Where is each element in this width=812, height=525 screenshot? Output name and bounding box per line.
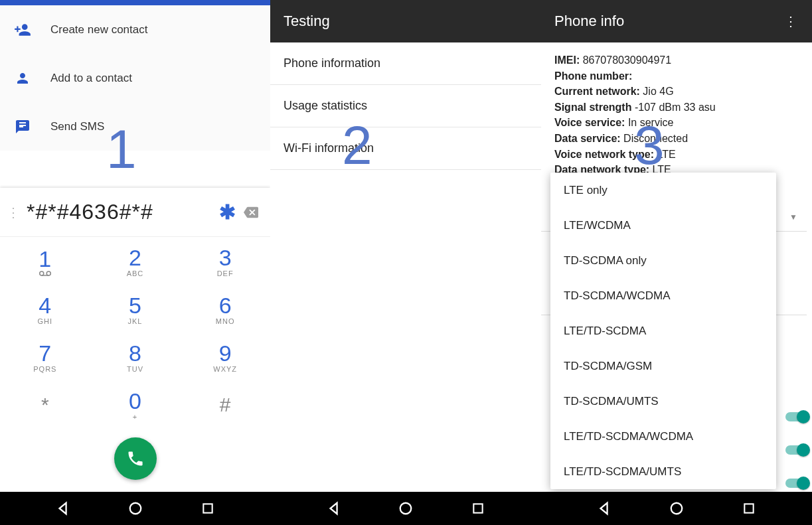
network-type-dropdown: LTE only LTE/WCDMA TD-SCDMA only TD-SCDM… [550,173,776,489]
panel-phone-info: Phone info ⋮ IMEI: 867078030904971 Phone… [541,0,812,492]
key-0[interactable]: 0+ [90,380,181,428]
voice-service-value: In service [628,117,673,128]
key-4[interactable]: 4GHI [0,285,90,333]
phone-information-item[interactable]: Phone information [270,42,541,85]
svg-rect-8 [744,504,753,512]
key-7[interactable]: 7PQRS [0,333,90,380]
dial-menu-button[interactable]: ⋮ [0,204,27,220]
overflow-menu-button[interactable]: ⋮ [783,13,799,29]
recents-button[interactable] [740,499,758,518]
svg-point-7 [671,503,683,514]
recents-button[interactable] [469,499,487,518]
svg-rect-4 [203,504,212,512]
imei-value: 867078030904971 [583,54,671,66]
network-option[interactable]: LTE only [550,173,776,208]
network-option[interactable]: TD-SCDMA only [550,243,776,278]
person-icon [13,69,32,88]
android-nav-bar [0,492,812,525]
network-option[interactable]: TD-SCDMA/WCDMA [550,278,776,313]
dropdown-caret-icon[interactable]: ▼ [789,212,797,222]
back-button[interactable] [325,499,343,518]
key-8[interactable]: 8TUV [90,333,181,380]
key-1[interactable]: 1 [0,237,90,285]
toggle-switch[interactable] [785,477,808,490]
key-6[interactable]: 6MNO [180,285,270,333]
home-button[interactable] [667,499,686,518]
back-button[interactable] [595,499,613,518]
data-service-value: Disconnected [623,133,688,144]
create-contact-item[interactable]: Create new contact [0,5,270,54]
message-icon [13,117,32,136]
panels-container: Create new contact Add to a contact Send… [0,0,812,492]
key-5[interactable]: 5JKL [90,285,181,333]
phone-info-title: Phone info [554,13,624,30]
panel-dialer: Create new contact Add to a contact Send… [0,0,270,492]
phone-info-toolbar: Phone info ⋮ [541,0,812,42]
key-2[interactable]: 2ABC [90,237,181,285]
panel-testing: Testing Phone information Usage statisti… [270,0,541,492]
back-button[interactable] [54,499,72,518]
svg-point-1 [46,271,50,275]
add-to-contact-label: Add to a contact [50,72,132,85]
send-sms-item[interactable]: Send SMS [0,102,270,151]
add-to-contact-item[interactable]: Add to a contact [0,54,270,102]
svg-point-3 [130,503,141,514]
recents-button[interactable] [199,499,217,518]
key-9[interactable]: 9WXYZ [180,333,270,380]
network-option[interactable]: TD-SCDMA/GSM [550,348,776,384]
svg-point-5 [400,503,412,514]
send-sms-label: Send SMS [50,120,104,133]
usage-statistics-item[interactable]: Usage statistics [270,85,541,127]
backspace-button[interactable] [241,205,270,220]
network-option[interactable]: TD-SCDMA/UMTS [550,384,776,419]
current-network-value: Jio 4G [643,86,673,97]
testing-title: Testing [284,13,330,30]
key-3[interactable]: 3DEF [180,237,270,285]
toggle-switch[interactable] [785,410,808,423]
asterisk-icon: ✱ [219,200,236,224]
toggle-switch[interactable] [785,443,808,457]
dialpad-container: ⋮ *#*#4636#*# ✱ 1 2ABC 3DEF 4GHI 5JKL 6M… [0,188,270,492]
svg-point-0 [40,271,44,275]
call-button[interactable] [114,437,157,480]
wifi-information-item[interactable]: Wi-Fi information [270,127,541,170]
testing-toolbar: Testing [270,0,541,42]
key-star[interactable]: * [0,380,90,428]
phone-icon [126,449,145,468]
home-button[interactable] [396,499,415,518]
voicemail-icon [39,271,51,276]
dial-display: ⋮ *#*#4636#*# ✱ [0,188,270,237]
network-option[interactable]: LTE/WCDMA [550,208,776,243]
status-bar-accent [0,0,270,5]
dialed-number: *#*#4636#*# [27,200,219,224]
network-option[interactable]: LTE/TD-SCDMA [550,313,776,348]
svg-rect-6 [474,504,483,512]
home-button[interactable] [126,499,145,518]
network-option[interactable]: LTE/TD-SCDMA/WCDMA [550,419,776,454]
signal-value: -107 dBm 33 asu [635,102,716,113]
call-row [0,428,270,492]
contact-actions-list: Create new contact Add to a contact Send… [0,5,270,151]
voice-network-value: LTE [657,149,675,160]
network-option[interactable]: LTE/TD-SCDMA/UMTS [550,454,776,489]
dialpad: 1 2ABC 3DEF 4GHI 5JKL 6MNO 7PQRS 8TUV 9W… [0,237,270,428]
create-contact-label: Create new contact [50,23,147,37]
key-hash[interactable]: # [180,380,270,428]
person-add-icon [13,21,32,39]
